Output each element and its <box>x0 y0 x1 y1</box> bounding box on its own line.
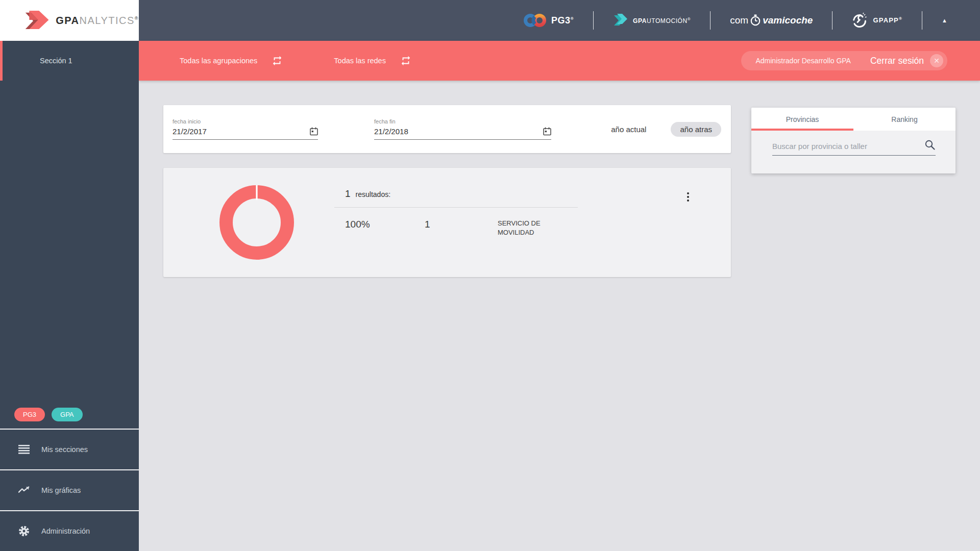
gpapp-logo: GPAPP® <box>852 12 902 29</box>
filter-bar: Todas las agrupaciones Todas las redes A… <box>139 41 980 81</box>
app-header: PG3® GPAUTOMOCIÓN® com vamicoche <box>0 0 980 41</box>
start-date-label: fecha inicio <box>173 118 318 124</box>
gpautomocion-label: GPAUTOMOCIÓN® <box>633 17 691 24</box>
results-summary: 1 resultados: 100% 1 SERVICIO DE MOVILID… <box>334 188 578 237</box>
results-divider <box>334 207 578 208</box>
gpanalytics-label: GPANALYTICS® <box>56 15 139 27</box>
provinces-panel: Provincias Ranking <box>751 108 955 173</box>
results-label: resultados: <box>356 190 390 198</box>
start-date-input[interactable] <box>173 127 310 136</box>
card-menu-button[interactable] <box>685 190 691 204</box>
gpanalytics-logo: GPANALYTICS® <box>0 0 139 41</box>
end-date-label: fecha fin <box>374 118 551 124</box>
redes-selector[interactable]: Todas las redes <box>334 55 411 66</box>
collapse-header-button[interactable]: ▲ <box>942 17 947 23</box>
results-chart-card: 1 resultados: 100% 1 SERVICIO DE MOVILID… <box>163 168 731 277</box>
previous-year-button[interactable]: año atras <box>671 122 721 137</box>
calendar-icon[interactable] <box>310 127 318 136</box>
clock-icon <box>750 14 761 27</box>
platform-badges: PG3 GPA <box>0 408 139 429</box>
section-label: Sección 1 <box>40 57 72 65</box>
gear-icon <box>18 525 30 537</box>
search-field <box>772 139 936 156</box>
sidebar-item-seccion-1[interactable]: Sección 1 <box>0 41 139 81</box>
end-date-input[interactable] <box>374 127 543 136</box>
pg3-label: PG3® <box>551 15 574 26</box>
row-label: SERVICIO DE MOVILIDAD <box>498 219 564 237</box>
search-icon[interactable] <box>924 139 936 151</box>
start-date-field: fecha inicio <box>173 118 318 140</box>
tab-provincias[interactable]: Provincias <box>751 108 853 131</box>
sidebar-item-mis-graficas[interactable]: Mis gráficas <box>0 469 139 510</box>
user-name: Administrador Desarrollo GPA <box>755 57 850 65</box>
sidebar: Sección 1 PG3 GPA Mis secciones Mis gráf… <box>0 41 139 551</box>
date-filter-card: fecha inicio fecha fin año actual año at… <box>163 105 731 153</box>
tab-ranking[interactable]: Ranking <box>853 108 955 131</box>
panel-tabs: Provincias Ranking <box>751 108 955 131</box>
swap-redes-icon[interactable] <box>400 55 411 66</box>
badge-pg3[interactable]: PG3 <box>14 408 45 421</box>
menu-label: Mis secciones <box>41 445 88 454</box>
gpautomocion-logo: GPAUTOMOCIÓN® <box>613 13 691 28</box>
end-date-field: fecha fin <box>374 118 551 140</box>
donut-chart[interactable] <box>219 185 294 260</box>
header-divider <box>710 11 710 30</box>
panel-body <box>751 131 955 173</box>
close-session-icon[interactable]: ✕ <box>930 54 943 67</box>
gpautomocion-arrow-icon <box>613 13 628 28</box>
gpapp-wrench-icon <box>852 12 868 29</box>
list-icon <box>18 445 30 454</box>
swap-agrupaciones-icon[interactable] <box>272 55 283 66</box>
sidebar-spacer <box>0 81 139 408</box>
sidebar-item-administracion[interactable]: Administración <box>0 510 139 551</box>
table-row: 100% 1 SERVICIO DE MOVILIDAD <box>334 219 578 237</box>
current-year-button[interactable]: año actual <box>611 125 646 134</box>
comovamicoche-pre: com <box>730 15 748 26</box>
agrupaciones-selector[interactable]: Todas las agrupaciones <box>180 55 283 66</box>
header-logo-strip: PG3® GPAUTOMOCIÓN® com vamicoche <box>523 0 980 41</box>
calendar-icon[interactable] <box>543 127 551 136</box>
redes-label: Todas las redes <box>334 57 386 65</box>
pg3-logo: PG3® <box>523 13 574 28</box>
user-session-chip: Administrador Desarrollo GPA Cerrar sesi… <box>741 51 947 70</box>
comovamicoche-logo: com vamicoche <box>730 14 813 27</box>
logout-label: Cerrar sesión <box>870 56 924 66</box>
chart-trend-icon <box>18 486 30 494</box>
agrupaciones-label: Todas las agrupaciones <box>180 57 257 65</box>
gpa-arrow-icon <box>23 9 51 32</box>
row-percent: 100% <box>345 219 425 230</box>
search-input[interactable] <box>772 142 924 151</box>
header-divider <box>922 11 922 30</box>
comovamicoche-post: vamicoche <box>763 15 813 26</box>
logout-button[interactable]: Cerrar sesión ✕ <box>870 54 943 67</box>
badge-gpa[interactable]: GPA <box>52 408 83 421</box>
gpapp-label: GPAPP® <box>873 16 902 24</box>
sidebar-item-mis-secciones[interactable]: Mis secciones <box>0 429 139 469</box>
menu-label: Mis gráficas <box>41 486 81 494</box>
menu-label: Administración <box>41 527 90 535</box>
pg3-infinity-icon <box>523 13 547 28</box>
row-count: 1 <box>425 219 498 230</box>
results-count: 1 <box>345 188 351 199</box>
header-divider <box>593 11 594 30</box>
header-divider <box>832 11 832 30</box>
